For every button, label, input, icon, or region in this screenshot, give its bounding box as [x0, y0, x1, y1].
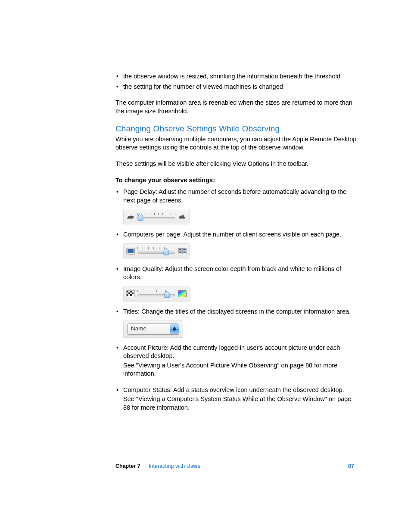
- turtle-icon: [126, 213, 135, 220]
- dropdown-value: Name: [128, 325, 170, 333]
- instructions-label: To change your observe settings:: [115, 176, 357, 185]
- svg-rect-5: [183, 249, 185, 250]
- section-para-1: While you are observing multiple compute…: [115, 135, 357, 152]
- svg-rect-3: [179, 249, 181, 250]
- intro-bullet-list: the observe window is resized, shrinking…: [115, 72, 357, 91]
- svg-rect-14: [132, 292, 134, 294]
- svg-rect-16: [130, 294, 132, 296]
- slider-track[interactable]: [137, 247, 175, 255]
- setting-account-picture: Account Picture: Add the currently logge…: [115, 344, 357, 378]
- chapter-title: Interacting with Users: [149, 463, 200, 469]
- titles-dropdown-figure: Name: [123, 320, 357, 338]
- setting-page-delay: Page Delay: Adjust the number of seconds…: [115, 188, 357, 205]
- chapter-label: Chapter 7: [115, 463, 140, 469]
- image-quality-slider[interactable]: [123, 286, 190, 302]
- slider-thumb[interactable]: [163, 248, 169, 255]
- svg-rect-7: [179, 252, 181, 253]
- setting-computer-status-subline: See "Viewing a Computer's System Status …: [123, 395, 357, 412]
- page-footer: Chapter 7 Interacting with Users 87: [115, 463, 360, 469]
- setting-computers-per-page: Computers per page: Adjust the number of…: [115, 230, 357, 239]
- setting-computer-status: Computer Status: Add a status overview i…: [115, 386, 357, 412]
- intro-bullet-2: the setting for the number of viewed mac…: [115, 83, 357, 91]
- footer-left: Chapter 7 Interacting with Users: [115, 463, 200, 469]
- intro-paragraph: The computer information area is reenabl…: [115, 99, 357, 115]
- page-delay-slider-figure: [123, 209, 357, 224]
- slider-track[interactable]: [137, 289, 175, 298]
- document-page: the observe window is resized, shrinking…: [0, 0, 411, 532]
- stepper-arrows-icon[interactable]: [170, 324, 179, 334]
- section-para-2: These settings will be visible after cli…: [115, 160, 357, 168]
- slider-track[interactable]: [137, 212, 175, 221]
- section-heading: Changing Observe Settings While Observin…: [115, 123, 357, 134]
- rabbit-icon: [178, 213, 187, 220]
- page-content: the observe window is resized, shrinking…: [115, 72, 357, 415]
- setting-account-picture-subline: See "Viewing a User's Account Picture Wh…: [123, 361, 357, 378]
- svg-rect-9: [183, 252, 185, 253]
- slider-thumb[interactable]: [164, 290, 170, 298]
- settings-list: Page Delay: Adjust the number of seconds…: [115, 188, 357, 205]
- computers-per-page-slider-figure: [123, 243, 357, 259]
- checkerboard-icon: [126, 290, 135, 297]
- image-quality-slider-figure: [123, 286, 357, 302]
- setting-titles: Titles: Change the titles of the display…: [115, 308, 357, 316]
- svg-rect-12: [130, 291, 132, 292]
- multi-screen-icon: [178, 248, 187, 255]
- slider-thumb[interactable]: [137, 213, 143, 221]
- computers-per-page-slider[interactable]: [123, 243, 190, 259]
- color-spectrum-icon: [178, 290, 187, 297]
- intro-bullet-1: the observe window is resized, shrinking…: [115, 72, 357, 81]
- svg-rect-17: [178, 290, 187, 297]
- page-delay-slider[interactable]: [123, 209, 190, 224]
- single-screen-icon: [126, 248, 135, 255]
- setting-image-quality: Image Quality: Adjust the screen color d…: [115, 265, 357, 282]
- titles-dropdown[interactable]: Name: [127, 324, 179, 335]
- svg-rect-15: [127, 294, 128, 296]
- svg-rect-1: [128, 249, 134, 253]
- page-number: 87: [348, 463, 354, 469]
- svg-rect-13: [128, 292, 130, 294]
- svg-rect-11: [127, 291, 128, 292]
